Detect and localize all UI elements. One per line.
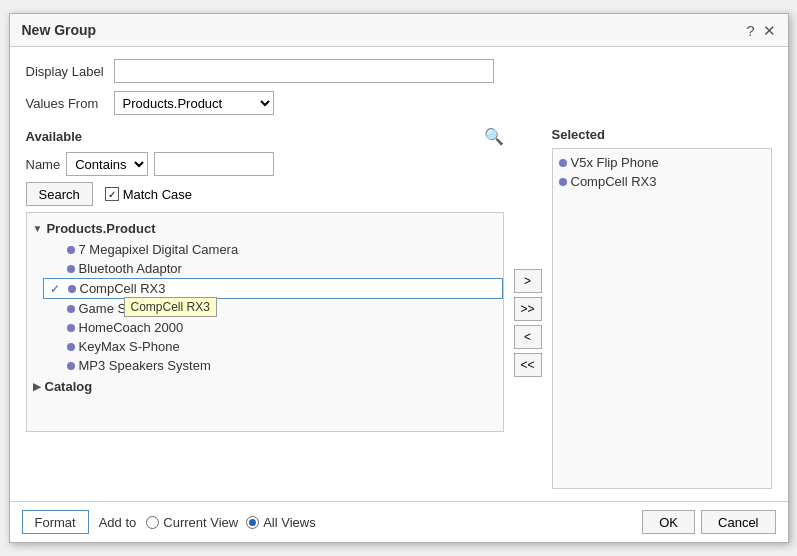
all-views-radio[interactable] (246, 516, 259, 529)
selected-list[interactable]: V5x Flip Phone CompCell RX3 (552, 148, 772, 489)
display-label-input[interactable] (114, 59, 494, 83)
main-content: Available 🔍 Name Contains Search ✓ (26, 127, 772, 489)
add-one-button[interactable]: > (514, 269, 542, 293)
tree-item[interactable]: MP3 Speakers System (43, 356, 503, 375)
selected-label: Selected (552, 127, 772, 142)
catalog-expand-arrow: ▶ (33, 381, 41, 392)
available-label: Available (26, 129, 83, 144)
dialog-body: Display Label Values From Products.Produ… (10, 47, 788, 501)
item-label: Bluetooth Adaptor (79, 261, 182, 276)
match-case-label: Match Case (123, 187, 192, 202)
all-views-label: All Views (263, 515, 316, 530)
products-group-header[interactable]: ▼ Products.Product (27, 217, 503, 240)
item-label: CompCell RX3 (571, 174, 657, 189)
products-group-label: Products.Product (46, 221, 155, 236)
radio-group: Current View All Views (146, 515, 315, 530)
filter-row: Name Contains (26, 152, 504, 176)
display-label-row: Display Label (26, 59, 772, 83)
catalog-group-header[interactable]: ▶ Catalog (27, 375, 503, 398)
dialog-header: New Group ? ✕ (10, 14, 788, 47)
tooltip: CompCell RX3 (124, 297, 217, 317)
format-button[interactable]: Format (22, 510, 89, 534)
dialog-title: New Group (22, 22, 97, 38)
item-dot (67, 305, 75, 313)
remove-all-button[interactable]: << (514, 353, 542, 377)
item-label: V5x Flip Phone (571, 155, 659, 170)
item-dot (67, 265, 75, 273)
selected-item[interactable]: V5x Flip Phone (553, 153, 771, 172)
item-label: KeyMax S-Phone (79, 339, 180, 354)
display-label-label: Display Label (26, 64, 106, 79)
item-dot (67, 362, 75, 370)
tree-item[interactable]: HomeCoach 2000 (43, 318, 503, 337)
dialog-footer: Format Add to Current View All Views OK … (10, 501, 788, 542)
tree-item[interactable]: KeyMax S-Phone (43, 337, 503, 356)
selected-item[interactable]: CompCell RX3 (553, 172, 771, 191)
available-section-header: Available 🔍 (26, 127, 504, 146)
cancel-button[interactable]: Cancel (701, 510, 775, 534)
filter-condition-select[interactable]: Contains (66, 152, 148, 176)
match-case-row: ✓ Match Case (105, 187, 192, 202)
tree-item-compcell[interactable]: ✓ CompCell RX3 CompCell RX3 (43, 278, 503, 299)
add-all-button[interactable]: >> (514, 297, 542, 321)
products-tree-items: 7 Megapixel Digital Camera Bluetooth Ada… (27, 240, 503, 375)
available-tree[interactable]: ▼ Products.Product 7 Megapixel Digital C… (26, 212, 504, 432)
tree-item[interactable]: Bluetooth Adaptor (43, 259, 503, 278)
filter-value-input[interactable] (154, 152, 274, 176)
new-group-dialog: New Group ? ✕ Display Label Values From … (9, 13, 789, 543)
products-expand-arrow: ▼ (33, 223, 43, 234)
search-magnifier-icon[interactable]: 🔍 (484, 127, 504, 146)
item-dot (559, 178, 567, 186)
current-view-radio[interactable] (146, 516, 159, 529)
left-panel: Available 🔍 Name Contains Search ✓ (26, 127, 504, 489)
header-icons: ? ✕ (746, 23, 775, 38)
match-case-checkbox[interactable]: ✓ (105, 187, 119, 201)
values-from-row: Values From Products.Product (26, 91, 772, 115)
item-label: 7 Megapixel Digital Camera (79, 242, 239, 257)
values-from-select[interactable]: Products.Product (114, 91, 274, 115)
item-dot (67, 246, 75, 254)
tree-item[interactable]: Game Sta... (43, 299, 503, 318)
name-filter-label: Name (26, 157, 61, 172)
help-icon[interactable]: ? (746, 23, 754, 38)
tree-item[interactable]: 7 Megapixel Digital Camera (43, 240, 503, 259)
values-from-label: Values From (26, 96, 106, 111)
add-to-label: Add to (99, 515, 137, 530)
catalog-group-label: Catalog (45, 379, 93, 394)
item-label: CompCell RX3 (80, 281, 166, 296)
item-dot (67, 343, 75, 351)
item-label: HomeCoach 2000 (79, 320, 184, 335)
current-view-option[interactable]: Current View (146, 515, 238, 530)
current-view-label: Current View (163, 515, 238, 530)
search-row: Search ✓ Match Case (26, 182, 504, 206)
item-dot (559, 159, 567, 167)
footer-right: OK Cancel (642, 510, 775, 534)
close-icon[interactable]: ✕ (763, 23, 776, 38)
transfer-buttons: > >> < << (514, 127, 542, 489)
all-views-option[interactable]: All Views (246, 515, 316, 530)
item-dot (67, 324, 75, 332)
footer-left: Format Add to Current View All Views (22, 510, 316, 534)
right-panel: Selected V5x Flip Phone CompCell RX3 (552, 127, 772, 489)
search-button[interactable]: Search (26, 182, 93, 206)
ok-button[interactable]: OK (642, 510, 695, 534)
remove-one-button[interactable]: < (514, 325, 542, 349)
item-label: MP3 Speakers System (79, 358, 211, 373)
item-dot (68, 285, 76, 293)
